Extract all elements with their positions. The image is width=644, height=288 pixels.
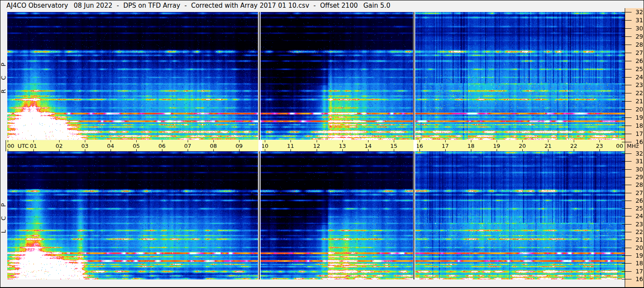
hour-tick-top xyxy=(188,140,188,142)
hour-tick-top xyxy=(317,140,317,142)
hour-label-10: 10 xyxy=(261,143,269,149)
hour-tick-bottom xyxy=(213,149,214,151)
hour-label-00: 00 xyxy=(7,143,15,149)
hour-tick-bottom xyxy=(239,149,240,151)
hour-tick-top xyxy=(394,140,394,142)
freq-tick-19-bottom xyxy=(622,255,632,256)
freq-tick-20-bottom xyxy=(622,248,632,248)
hour-tick-top xyxy=(342,140,343,142)
freq-tick-18-top xyxy=(622,126,632,126)
freq-label-22-top: 22 xyxy=(634,90,643,96)
hour-label-14: 14 xyxy=(365,143,372,149)
freq-label-31-bottom: 31 xyxy=(634,158,643,165)
hour-tick-bottom xyxy=(574,149,574,151)
hour-tick-top xyxy=(291,140,291,142)
mhz-unit-label: MHz xyxy=(627,143,639,149)
gain-setting: Gain 5.0 xyxy=(363,2,390,9)
freq-label-17-top: 17 xyxy=(634,130,643,137)
freq-label-21-bottom: 21 xyxy=(634,236,643,243)
hour-tick-top xyxy=(574,140,574,142)
freq-tick-25-top xyxy=(622,69,632,69)
hour-label-08: 08 xyxy=(210,143,217,149)
freq-tick-24-top xyxy=(622,77,632,78)
hour-tick-bottom xyxy=(136,149,137,151)
hour-tick-top xyxy=(8,140,8,142)
time-axis: 0001020304050607080910111213141516171819… xyxy=(6,140,626,151)
hour-tick-bottom xyxy=(445,149,446,151)
freq-label-31-top: 31 xyxy=(634,17,643,24)
freq-tick-30-bottom xyxy=(622,169,632,170)
hour-tick-top xyxy=(85,140,85,142)
hour-tick-top xyxy=(419,140,420,142)
freq-label-32-top: 32 xyxy=(634,9,643,15)
freq-label-16-bottom: 16 xyxy=(634,276,643,282)
freq-tick-17-bottom xyxy=(622,271,632,272)
hour-label-20: 20 xyxy=(519,143,526,149)
hour-tick-top xyxy=(548,140,548,142)
hour-tick-bottom xyxy=(59,149,60,151)
hour-label-03: 03 xyxy=(81,143,89,149)
hour-tick-bottom xyxy=(522,149,523,151)
hour-label-02: 02 xyxy=(56,143,63,149)
rcp-polarization-label: RCP xyxy=(0,50,6,97)
hour-tick-bottom xyxy=(291,149,291,151)
freq-label-30-top: 30 xyxy=(634,25,643,32)
freq-tick-32-top xyxy=(622,12,632,12)
offset-setting: Offset 2100 xyxy=(320,2,358,9)
hour-label-01: 01 xyxy=(30,143,37,149)
spectrograph-window: AJ4CO Observatory08 Jun 2022-DPS on TFD … xyxy=(0,0,644,288)
hour-tick-top xyxy=(445,140,446,142)
hour-tick-bottom xyxy=(265,149,265,151)
hour-tick-top xyxy=(599,140,600,142)
freq-tick-26-bottom xyxy=(622,201,632,201)
hour-tick-bottom xyxy=(162,149,162,151)
freq-tick-32-bottom xyxy=(622,153,632,154)
freq-tick-29-bottom xyxy=(622,177,632,177)
hour-tick-top xyxy=(471,140,471,142)
hour-tick-top xyxy=(368,140,368,142)
hour-tick-top xyxy=(265,140,265,142)
hour-label-19: 19 xyxy=(493,143,500,149)
hour-label-04: 04 xyxy=(107,143,114,149)
hour-label-00: 00 xyxy=(616,143,623,149)
separator: - xyxy=(185,2,187,9)
hour-label-05: 05 xyxy=(133,143,140,149)
freq-label-27-bottom: 27 xyxy=(634,189,643,196)
freq-label-28-top: 28 xyxy=(634,41,643,48)
freq-label-28-bottom: 28 xyxy=(634,181,643,188)
freq-tick-27-top xyxy=(622,53,632,53)
utc-label: UTC xyxy=(18,143,29,149)
freq-label-20-bottom: 20 xyxy=(634,244,643,251)
freq-label-25-bottom: 25 xyxy=(634,205,643,212)
freq-tick-30-top xyxy=(622,28,632,29)
freq-tick-22-top xyxy=(622,93,632,93)
hour-tick-bottom xyxy=(419,149,420,151)
hour-tick-top xyxy=(497,140,497,142)
freq-tick-21-top xyxy=(622,101,632,102)
freq-label-18-bottom: 18 xyxy=(634,260,643,267)
freq-tick-31-bottom xyxy=(622,161,632,162)
freq-label-29-bottom: 29 xyxy=(634,174,643,180)
lcp-spectrogram-heatmap xyxy=(7,151,625,279)
hour-label-21: 21 xyxy=(545,143,552,149)
freq-tick-28-bottom xyxy=(622,185,632,185)
hour-label-23: 23 xyxy=(596,143,603,149)
hour-tick-bottom xyxy=(368,149,368,151)
axis-gap xyxy=(413,140,417,151)
frequency-axis: 3231302928272625242322212019181716323130… xyxy=(625,8,644,288)
freq-label-24-bottom: 24 xyxy=(634,213,643,219)
bottom-margin xyxy=(0,279,624,288)
hour-label-07: 07 xyxy=(184,143,192,149)
instrument-name: DPS on TFD Array xyxy=(123,2,180,9)
hour-tick-bottom xyxy=(111,149,111,151)
freq-label-32-bottom: 32 xyxy=(634,150,643,157)
title-bar: AJ4CO Observatory08 Jun 2022-DPS on TFD … xyxy=(0,0,629,11)
freq-tick-31-top xyxy=(622,20,632,21)
freq-label-26-bottom: 26 xyxy=(634,197,643,204)
freq-label-29-top: 29 xyxy=(634,33,643,40)
hour-label-11: 11 xyxy=(287,143,294,149)
freq-tick-21-bottom xyxy=(622,240,632,240)
freq-label-21-top: 21 xyxy=(634,98,643,105)
hour-label-15: 15 xyxy=(390,143,398,149)
freq-label-19-top: 19 xyxy=(634,114,643,121)
